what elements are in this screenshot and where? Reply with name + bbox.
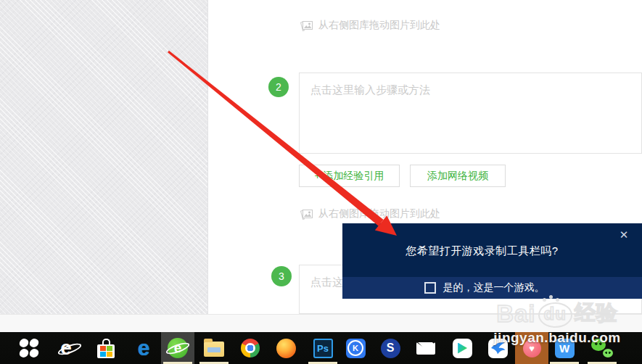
w-bookmark-app-icon: W	[555, 339, 575, 358]
drop-hint-text: 从右侧图库拖动图片到此处	[318, 19, 440, 32]
taskbar-icon-wechat[interactable]	[585, 332, 619, 364]
taskbar-icon-file-explorer[interactable]	[197, 332, 231, 364]
windows-start-icon	[20, 339, 38, 357]
chrome-icon	[241, 339, 260, 357]
taskbar-icon-heart-app[interactable]: ♥	[515, 332, 548, 364]
green-e-browser-icon: e	[168, 338, 188, 358]
mail-icon	[416, 342, 435, 355]
close-icon[interactable]: ✕	[616, 227, 632, 243]
gallery-image-icon	[300, 20, 313, 32]
drop-hint-text: 从右侧图库拖动图片到此处	[318, 207, 440, 220]
taskbar-icon-internet-explorer[interactable]: e	[49, 332, 83, 364]
screen: 从右侧图库拖动图片到此处 2 + 添加经验引用 添加网络视频 从右侧图库拖动图片…	[0, 0, 642, 364]
s-browser-icon: S	[381, 339, 400, 358]
drop-hint-top: 从右侧图库拖动图片到此处	[300, 19, 440, 32]
step-3-number: 3	[279, 270, 284, 282]
tencent-video-icon	[453, 339, 472, 358]
wechat-icon	[591, 339, 613, 357]
gallery-image-icon	[300, 208, 313, 220]
step-2-badge: 2	[268, 77, 289, 97]
taskbar-icon-tencent-video[interactable]	[445, 332, 479, 364]
yes-game-checkbox-label[interactable]: 是的，这是一个游戏。	[443, 281, 545, 294]
taskbar-icon-photoshop[interactable]: Ps	[306, 332, 339, 364]
taskbar-icon-mail[interactable]	[409, 332, 443, 364]
taskbar-icon-w-bookmark-app[interactable]: W	[548, 332, 581, 364]
gallery-side-panel	[0, 0, 208, 314]
k-app-icon: K	[346, 339, 366, 358]
add-reference-button[interactable]: + 添加经验引用	[299, 165, 400, 187]
step-3-badge: 3	[271, 266, 292, 286]
gamebar-dialog-title: 您希望打开游戏录制工具栏吗?	[342, 244, 642, 258]
taskbar-icon-firefox[interactable]	[269, 332, 303, 364]
gamebar-dialog: 您希望打开游戏录制工具栏吗? ✕ 是的，这是一个游戏。	[342, 223, 642, 299]
step-2-input[interactable]	[299, 73, 642, 154]
taskbar-icon-green-e-browser[interactable]: e	[161, 332, 194, 364]
window-bottom-strip	[0, 314, 642, 332]
photoshop-icon: Ps	[313, 339, 333, 358]
yes-game-checkbox[interactable]	[424, 282, 436, 294]
taskbar-start-button[interactable]	[12, 332, 46, 364]
taskbar-icon-s-browser[interactable]: S	[374, 332, 407, 364]
taskbar-icon-chrome[interactable]	[234, 332, 267, 364]
microsoft-store-icon	[97, 339, 115, 358]
taskbar-icon-thunder[interactable]	[481, 332, 514, 364]
gamebar-dialog-header: 您希望打开游戏录制工具栏吗? ✕	[342, 223, 642, 277]
taskbar-icon-microsoft-store[interactable]	[89, 332, 123, 364]
gamebar-dialog-footer: 是的，这是一个游戏。	[342, 277, 642, 299]
heart-app-icon: ♥	[523, 339, 541, 357]
file-explorer-icon	[204, 342, 224, 357]
thunder-bird-icon	[488, 339, 508, 358]
taskbar-icon-k-app[interactable]: K	[339, 332, 372, 364]
drop-hint-bottom: 从右侧图库拖动图片到此处	[300, 207, 440, 220]
add-video-button[interactable]: 添加网络视频	[410, 165, 506, 187]
taskbar: e e e	[0, 332, 642, 364]
firefox-icon	[276, 339, 296, 358]
step-2-number: 2	[276, 81, 281, 93]
internet-explorer-icon: e	[60, 338, 72, 358]
microsoft-edge-icon: e	[138, 337, 150, 359]
taskbar-icon-microsoft-edge[interactable]: e	[127, 332, 160, 364]
